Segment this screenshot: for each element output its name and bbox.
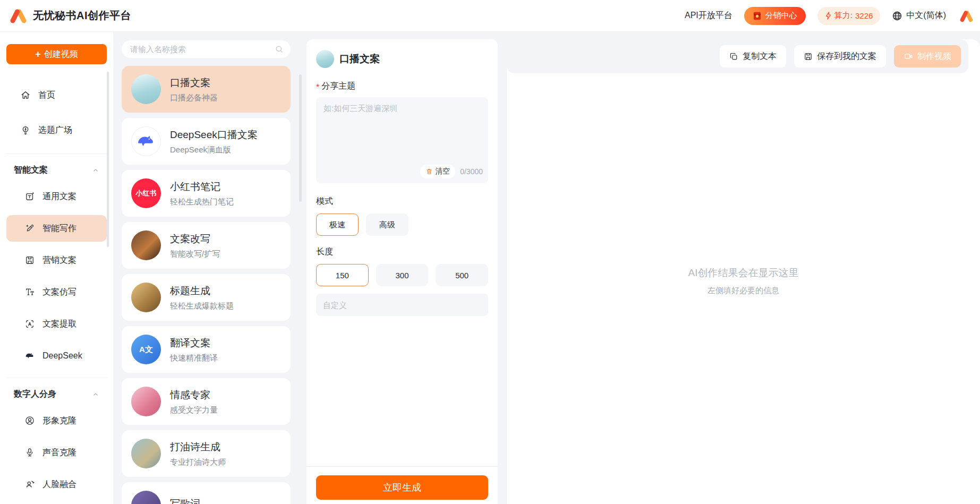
generator-form-panel: 口播文案 * 分享主题 清空 0/3000 模式: [306, 39, 498, 504]
length-option-500[interactable]: 500: [436, 264, 488, 286]
mode-option-fast[interactable]: 极速: [316, 213, 359, 236]
save-icon: [804, 52, 813, 61]
empty-hint: 左侧填好必要的信息: [507, 286, 980, 296]
clear-label: 清空: [435, 167, 450, 176]
required-mark: *: [316, 83, 319, 92]
sidebar-item-image-clone[interactable]: 形象克隆: [6, 407, 107, 434]
tool-title: 标题生成: [170, 284, 234, 298]
tool-subtitle: 口播必备神器: [170, 93, 218, 103]
sidebar-item-label: 通用文案: [42, 191, 76, 202]
translate-glyph: A文: [139, 345, 153, 355]
length-option-150[interactable]: 150: [316, 264, 369, 286]
red-envelope-icon: [753, 11, 762, 21]
smart-writing-icon: [24, 223, 35, 234]
mode-option-advanced[interactable]: 高级: [366, 213, 408, 236]
clear-button[interactable]: 清空: [420, 165, 455, 178]
sidebar-item-face-fusion[interactable]: 人脸融合: [6, 471, 107, 498]
brand: 无忧秘书AI创作平台: [8, 8, 131, 24]
tool-card-title-generation[interactable]: 标题生成轻松生成爆款标题: [122, 274, 291, 321]
empty-title: AI创作结果会在显示这里: [507, 266, 980, 280]
trash-icon: [425, 168, 433, 175]
sidebar-section-digital-human[interactable]: 数字人分身: [6, 378, 107, 402]
sidebar-item-label: 智能写作: [42, 223, 76, 234]
tool-subtitle: 智能改写/扩写: [170, 249, 220, 259]
save-to-my-copy-button[interactable]: 保存到我的文案: [794, 45, 886, 67]
tool-avatar: [131, 491, 161, 504]
plus-icon: +: [35, 49, 41, 60]
video-camera-icon: [904, 52, 913, 61]
tool-card-broadcast-copy[interactable]: 口播文案口播必备神器: [122, 66, 291, 113]
form-divider: [306, 466, 498, 467]
tool-list-scrollbar[interactable]: [299, 74, 302, 202]
create-video-button[interactable]: + 创建视频: [6, 44, 107, 64]
sidebar-item-smart-writing[interactable]: 智能写作: [6, 215, 107, 242]
sidebar-item-label: 人脸融合: [42, 479, 76, 490]
sidebar-item-general-copy[interactable]: 通用文案: [6, 183, 107, 210]
sidebar: + 创建视频 首页 选题广场 智能文案: [0, 32, 113, 504]
copy-text-button[interactable]: 复制文本: [720, 45, 786, 67]
length-options: 150 300 500: [316, 264, 488, 286]
tool-avatar: [316, 50, 334, 68]
custom-length-input[interactable]: [316, 294, 488, 316]
topic-textarea[interactable]: [316, 97, 488, 160]
bulb-icon: [20, 125, 31, 135]
tool-card-deepseek-broadcast[interactable]: DeepSeek口播文案DeepSeek满血版: [122, 118, 291, 165]
sidebar-item-marketing-copy[interactable]: 营销文案: [6, 247, 107, 274]
form-header: 口播文案: [316, 39, 488, 68]
tool-card-doggerel-poem[interactable]: 打油诗生成专业打油诗大师: [122, 430, 291, 477]
mode-options: 极速 高级: [316, 213, 488, 236]
tool-card-xiaohongshu-notes[interactable]: 小红书 小红书笔记轻松生成热门笔记: [122, 170, 291, 217]
tool-subtitle: DeepSeek满血版: [170, 145, 258, 155]
form-title: 口播文案: [339, 52, 380, 66]
sidebar-item-copy-imitation[interactable]: 文案仿写: [6, 279, 107, 305]
sidebar-item-topic-plaza[interactable]: 选题广场: [6, 119, 107, 141]
sidebar-item-label: 形象克隆: [42, 415, 76, 426]
tool-title: 口播文案: [170, 76, 218, 90]
tool-subtitle: 感受文字力量: [170, 405, 218, 415]
tool-title: 情感专家: [170, 388, 218, 402]
generate-button[interactable]: 立即生成: [316, 475, 488, 500]
tool-card-lyrics-writing[interactable]: 写歌词: [122, 482, 291, 504]
xiaohongshu-logo: 小红书: [136, 189, 157, 198]
tool-title: 翻译文案: [170, 336, 218, 350]
sidebar-item-home[interactable]: 首页: [6, 84, 107, 106]
tool-title: DeepSeek口播文案: [170, 128, 258, 142]
topic-label-row: * 分享主题: [316, 81, 488, 92]
sidebar-section-smart-copy[interactable]: 智能文案: [6, 154, 107, 178]
create-video-label: 创建视频: [44, 49, 78, 60]
sidebar-item-deepseek[interactable]: DeepSeek: [6, 343, 107, 369]
tool-avatar: 小红书: [131, 178, 161, 208]
sidebar-scrollbar[interactable]: [107, 72, 109, 247]
tool-title: 小红书笔记: [170, 180, 234, 194]
tool-avatar: [131, 230, 161, 260]
tool-card-emotion-expert[interactable]: 情感专家感受文字力量: [122, 378, 291, 425]
sidebar-item-voice-clone[interactable]: 声音克隆: [6, 439, 107, 466]
tool-card-translation[interactable]: A文 翻译文案快速精准翻译: [122, 326, 291, 373]
make-video-button[interactable]: 制作视频: [894, 45, 961, 67]
power-badge[interactable]: 算力: 3226: [817, 7, 881, 25]
face-fusion-icon: [24, 479, 35, 490]
search-input[interactable]: [122, 40, 291, 58]
sidebar-item-label: 选题广场: [38, 125, 72, 136]
power-value: 3226: [855, 11, 873, 20]
nav-api-platform[interactable]: API开放平台: [685, 10, 732, 21]
textarea-footer: 清空 0/3000: [420, 165, 483, 178]
tool-subtitle: 轻松生成热门笔记: [170, 197, 234, 207]
language-switcher[interactable]: 中文(简体): [892, 10, 946, 21]
tool-avatar: [131, 439, 161, 468]
sidebar-item-copy-extraction[interactable]: 文案提取: [6, 311, 107, 337]
section-title: 智能文案: [14, 165, 48, 176]
user-avatar[interactable]: [958, 7, 975, 24]
tool-card-copy-rewrite[interactable]: 文案改写智能改写/扩写: [122, 222, 291, 269]
empty-state: AI创作结果会在显示这里 左侧填好必要的信息: [507, 266, 980, 296]
deepseek-whale-icon: [24, 351, 35, 361]
tool-subtitle: 快速精准翻译: [170, 353, 218, 363]
tool-avatar: [131, 283, 161, 312]
sidebar-item-label: 声音克隆: [42, 447, 76, 458]
tool-avatar: [131, 74, 161, 104]
section-title: 数字人分身: [14, 389, 56, 400]
distribution-center-button[interactable]: 分销中心: [744, 7, 806, 25]
globe-icon: [892, 11, 902, 21]
tool-title: 写歌词: [170, 497, 200, 504]
length-option-300[interactable]: 300: [376, 264, 429, 286]
